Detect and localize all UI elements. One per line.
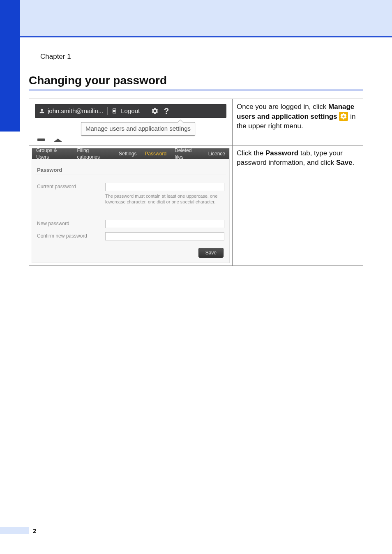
instruction-bold: Password [265,149,298,157]
tab-settings[interactable]: Settings [115,148,141,159]
tab-filing-categories[interactable]: Filing categories [73,148,115,159]
logout-icon [112,108,118,114]
tab-password[interactable]: Password [141,148,171,159]
instruction-text: . [353,159,355,166]
panel-divider [35,175,226,175]
gear-icon[interactable] [151,107,159,115]
footer-accent-bar [0,527,29,534]
instruction-text: Click the [237,149,265,157]
page-top-rule [0,36,392,37]
chapter-label: Chapter 1 [40,53,71,61]
tab-licence[interactable]: Licence [204,148,229,159]
user-icon [39,108,45,114]
page-top-band [0,0,392,37]
ui-fragment [37,138,45,141]
ui-fragment [54,138,62,142]
table-row: john.smith@mailin... Logout ? Manage use… [29,99,363,145]
row2-instruction-cell: Click the Password tab, type your passwo… [233,145,363,266]
save-button[interactable]: Save [198,248,224,258]
instruction-table: john.smith@mailin... Logout ? Manage use… [29,99,363,266]
instruction-text: Once you are logged in, click [237,103,328,111]
tab-groups-users[interactable]: Groups & Users [32,148,73,159]
toolbar-logout-text[interactable]: Logout [121,107,140,115]
panel-title: Password [37,166,62,174]
page-number: 2 [33,527,36,534]
label-confirm-password: Confirm new password [37,231,103,239]
table-row: Groups & Users Filing categories Setting… [29,145,363,266]
toolbar-divider [107,107,108,115]
confirm-password-input[interactable] [105,232,224,240]
screenshot-toolbar-area: john.smith@mailin... Logout ? Manage use… [32,102,230,143]
row2-screenshot-cell: Groups & Users Filing categories Setting… [29,145,233,266]
label-current-password: Current password [37,182,103,190]
gear-tooltip: Manage users and application settings [81,122,195,136]
label-new-password: New password [37,219,103,227]
form-row-confirm-password: Confirm new password [37,231,224,241]
toolbar-user-text: john.smith@mailin... [48,107,103,115]
tab-deleted-files[interactable]: Deleted files [171,148,204,159]
cropped-ui-fragments [37,138,62,142]
settings-tabs-bar: Groups & Users Filing categories Setting… [32,148,229,159]
app-toolbar: john.smith@mailin... Logout ? [35,104,226,118]
screenshot-password-panel: Groups & Users Filing categories Setting… [32,148,230,263]
row1-screenshot-cell: john.smith@mailin... Logout ? Manage use… [29,99,233,145]
help-icon[interactable]: ? [163,107,170,115]
form-row-new-password: New password [37,219,224,229]
new-password-input[interactable] [105,220,224,228]
section-title-underline [29,90,363,90]
section-title: Changing your password [29,74,167,87]
form-row-current-password: Current password The password must conta… [37,182,224,205]
current-password-input[interactable] [105,183,224,191]
password-hint-text: The password must contain at least one u… [105,193,224,205]
instruction-bold: Save [336,159,353,166]
page-left-accent-bar [0,0,20,132]
row1-instruction-cell: Once you are logged in, click Manage use… [233,99,363,145]
gear-icon [339,112,348,121]
